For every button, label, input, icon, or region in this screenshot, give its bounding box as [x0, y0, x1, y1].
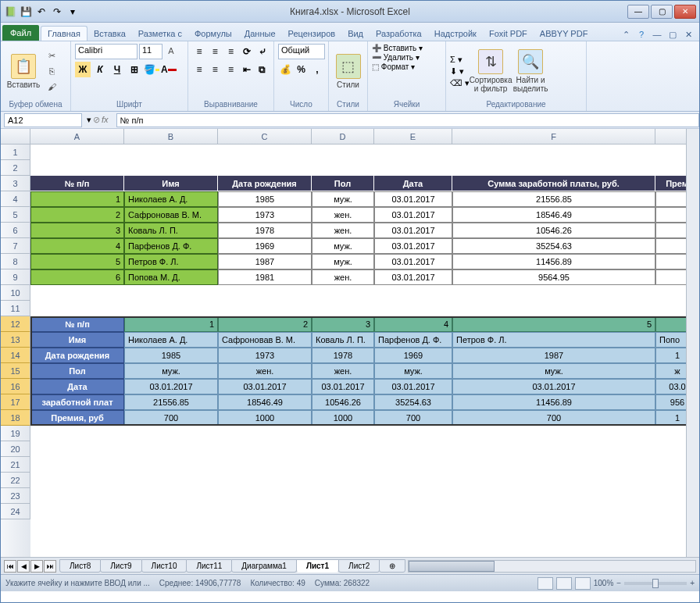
format-painter-icon[interactable]: 🖌 [45, 80, 59, 94]
cell[interactable]: муж. [312, 191, 374, 207]
cell[interactable]: 700 [374, 410, 452, 426]
row-header-11[interactable]: 11 [1, 301, 30, 316]
autosum-icon[interactable]: Σ ▾ [450, 55, 470, 65]
row-header-18[interactable]: 18 [1, 410, 30, 426]
cell[interactable]: Николаев А. Д. [124, 332, 218, 348]
font-name-combo[interactable]: Calibri [75, 44, 138, 59]
cell[interactable]: 1981 [218, 269, 312, 285]
align-middle-icon[interactable]: ≡ [208, 44, 222, 59]
redo-icon[interactable]: ↷ [51, 5, 63, 18]
cell[interactable]: 10546.26 [452, 223, 655, 238]
sheet-tab[interactable]: Лист11 [186, 559, 232, 573]
cell[interactable]: 1973 [218, 207, 312, 223]
formula-bar[interactable]: № п/п [116, 113, 699, 127]
cell[interactable]: 11456.89 [452, 254, 655, 269]
cell[interactable]: Коваль Л. П. [312, 332, 374, 348]
tab-formulas[interactable]: Формулы [188, 27, 238, 41]
cell[interactable]: муж. [124, 363, 218, 379]
row-header-5[interactable]: 5 [1, 207, 30, 223]
sheet-tab[interactable]: Лист10 [141, 559, 188, 573]
cell[interactable]: 4 [30, 238, 124, 254]
cell[interactable]: 1000 [312, 410, 374, 426]
cell[interactable]: жен. [312, 363, 374, 379]
find-select-button[interactable]: 🔍Найти и выделить [512, 44, 549, 98]
cell[interactable]: 03.01.2017 [374, 207, 452, 223]
cell[interactable]: 03.01.2017 [374, 238, 452, 254]
align-bottom-icon[interactable]: ≡ [223, 44, 238, 59]
tab-nav-next-icon[interactable]: ▶ [30, 560, 43, 573]
cell[interactable]: 03.01.2017 [452, 379, 655, 394]
cell[interactable]: 03.01.2017 [374, 379, 452, 394]
underline-button[interactable]: Ч [109, 62, 125, 77]
tab-abbyy[interactable]: ABBYY PDF [534, 27, 595, 41]
tab-addins[interactable]: Надстройк [428, 27, 483, 41]
cell[interactable]: 35254.63 [452, 238, 655, 254]
cell[interactable]: 03.01.2017 [374, 223, 452, 238]
cell[interactable]: 18546.49 [218, 394, 312, 410]
fx-icon[interactable]: fx [102, 115, 112, 125]
select-all-corner[interactable] [1, 129, 30, 144]
row-header-12[interactable]: 12 [1, 316, 30, 332]
cell[interactable]: 1978 [312, 348, 374, 363]
cell[interactable]: муж. [312, 238, 374, 254]
insert-cells-button[interactable]: ➕ Вставить ▾ [372, 44, 441, 52]
cell[interactable]: Пол [30, 363, 124, 379]
zoom-slider[interactable] [624, 582, 687, 585]
cell[interactable]: 03.01.2017 [374, 254, 452, 269]
cell[interactable]: 03.01.2017 [374, 269, 452, 285]
col-header-C[interactable]: C [218, 129, 312, 144]
cell[interactable]: жен. [312, 207, 374, 223]
font-color-button[interactable]: A [161, 62, 177, 77]
qat-dropdown-icon[interactable]: ▾ [66, 5, 79, 18]
cell[interactable]: Петров Ф. Л. [124, 254, 218, 269]
number-format-combo[interactable]: Общий [278, 44, 325, 59]
cell[interactable]: 1985 [218, 191, 312, 207]
cell[interactable]: Сафроновав В. М. [218, 332, 312, 348]
row-header-16[interactable]: 16 [1, 379, 30, 394]
tab-nav-first-icon[interactable]: ⏮ [4, 560, 16, 573]
row-header-21[interactable]: 21 [1, 457, 30, 473]
tab-layout[interactable]: Разметка с [132, 27, 188, 41]
cell[interactable]: 1 [30, 191, 124, 207]
sheet-tab[interactable]: Лист1 [296, 559, 339, 573]
cell[interactable]: 1 [124, 316, 218, 332]
tab-data[interactable]: Данные [238, 27, 282, 41]
increase-font-icon[interactable]: A [164, 44, 178, 58]
clear-icon[interactable]: ⌫ ▾ [450, 78, 470, 88]
tab-foxit[interactable]: Foxit PDF [483, 27, 534, 41]
cell[interactable]: Имя [30, 332, 124, 348]
cell[interactable]: № п/п [30, 176, 124, 191]
cells-grid[interactable]: № п/пИмяДата рожденияПолДатаСумма зарабо… [30, 145, 699, 557]
col-header-A[interactable]: A [30, 129, 124, 144]
cancel-formula-icon[interactable]: ⊘ [93, 115, 100, 125]
workbook-close-icon[interactable]: ✕ [682, 28, 695, 41]
cell[interactable]: Дата рождения [218, 176, 312, 191]
format-cells-button[interactable]: ⬚ Формат ▾ [372, 62, 441, 71]
dropdown-icon[interactable]: ▾ [87, 115, 91, 125]
tab-insert[interactable]: Вставка [88, 27, 132, 41]
row-header-3[interactable]: 3 [1, 176, 30, 191]
align-top-icon[interactable]: ≡ [192, 44, 206, 59]
vertical-scrollbar[interactable] [686, 129, 699, 557]
sheet-tab[interactable]: Диаграмма1 [231, 559, 297, 573]
cell[interactable]: 03.01.2017 [374, 191, 452, 207]
workbook-restore-icon[interactable]: ▢ [666, 28, 679, 41]
fill-color-button[interactable]: 🪣 [144, 62, 159, 77]
font-size-combo[interactable]: 11 [139, 44, 162, 59]
cell[interactable]: 10546.26 [312, 394, 374, 410]
close-button[interactable]: ✕ [674, 5, 696, 19]
copy-icon[interactable]: ⎘ [45, 64, 59, 78]
cell[interactable]: 9564.95 [452, 269, 655, 285]
cell[interactable]: жен. [218, 363, 312, 379]
cell[interactable]: 1985 [124, 348, 218, 363]
workbook-minimize-icon[interactable]: — [651, 28, 663, 41]
comma-icon[interactable]: , [310, 62, 324, 77]
row-header-22[interactable]: 22 [1, 473, 30, 488]
normal-view-button[interactable] [538, 577, 553, 590]
sort-filter-button[interactable]: ⇅Сортировка и фильтр [472, 44, 509, 98]
horizontal-scrollbar[interactable] [408, 560, 696, 573]
styles-button[interactable]: ⬚Стили [333, 44, 363, 98]
align-left-icon[interactable]: ≡ [192, 62, 206, 77]
row-header-15[interactable]: 15 [1, 363, 30, 379]
page-break-view-button[interactable] [575, 577, 591, 590]
